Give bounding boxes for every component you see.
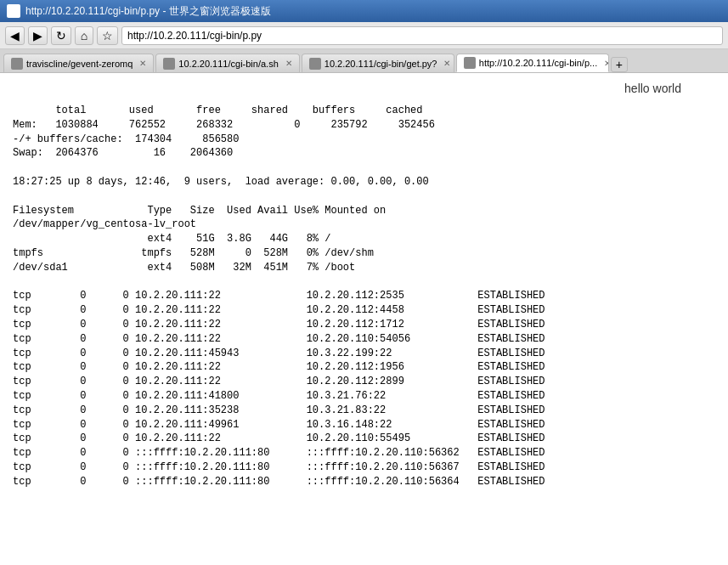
tab-label-2: 10.2.20.111/cgi-bin/a.sh [178,59,278,69]
tab-3[interactable]: 10.2.20.111/cgi-bin/get.py? ✕ [302,54,454,72]
tab-icon-1 [11,58,23,70]
hello-world-text: hello world [13,82,715,95]
refresh-button[interactable]: ↻ [51,26,71,45]
nav-bar: ◀ ▶ ↻ ⌂ ☆ [0,22,728,49]
forward-button[interactable]: ▶ [28,26,48,45]
tab-icon-4 [464,57,476,69]
tab-icon-2 [163,58,175,70]
tab-close-3[interactable]: ✕ [443,59,450,68]
tab-label-4: http://10.2.20.111/cgi-bin/p... [479,58,597,68]
content-area: hello world total used free shared buffe… [0,73,728,565]
browser-icon [7,4,20,18]
title-bar: http://10.2.20.111/cgi-bin/p.py - 世界之窗浏览… [0,0,728,22]
tab-close-1[interactable]: ✕ [139,59,146,68]
tab-label-1: traviscline/gevent-zeromq [26,59,133,69]
back-button[interactable]: ◀ [5,26,25,45]
tab-4[interactable]: http://10.2.20.111/cgi-bin/p... ✕ [456,54,609,72]
main-content: total used free shared buffers cached Me… [13,104,715,489]
home-button[interactable]: ⌂ [75,26,93,45]
address-bar[interactable] [121,26,723,45]
tab-close-2[interactable]: ✕ [285,59,292,68]
tab-label-3: 10.2.20.111/cgi-bin/get.py? [324,59,437,69]
tab-2[interactable]: 10.2.20.111/cgi-bin/a.sh ✕ [155,54,299,72]
tab-bar: traviscline/gevent-zeromq ✕ 10.2.20.111/… [0,49,728,73]
tab-icon-3 [309,58,321,70]
window-title: http://10.2.20.111/cgi-bin/p.py - 世界之窗浏览… [25,4,721,19]
new-tab-button[interactable]: + [611,57,628,72]
star-button[interactable]: ☆ [97,26,118,45]
tab-close-4[interactable]: ✕ [604,59,609,68]
tab-1[interactable]: traviscline/gevent-zeromq ✕ [3,54,154,72]
